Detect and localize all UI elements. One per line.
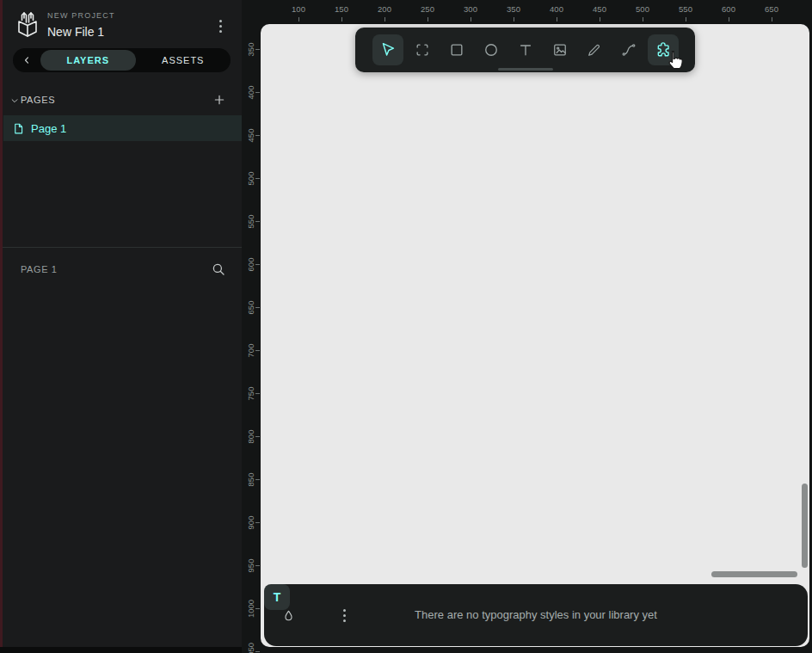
ruler-label: 550: [664, 0, 707, 22]
vertical-ruler[interactable]: 3504004505005506006507007508008509009501…: [242, 22, 261, 653]
ruler-label: 800: [242, 415, 261, 458]
ruler-label: 550: [242, 200, 261, 243]
left-sidebar: NEW PROJECT New File 1 LAYERS ASSETS PAG…: [3, 0, 242, 647]
ruler-label: 950: [242, 544, 261, 587]
main-toolbar: [355, 28, 695, 72]
ruler-label: 850: [242, 458, 261, 501]
plugins-tool-button[interactable]: [648, 34, 679, 65]
pencil-icon: [586, 41, 603, 59]
ellipse-tool-button[interactable]: [476, 34, 507, 65]
ruler-label: 450: [578, 0, 621, 22]
sidebar-tabbar: LAYERS ASSETS: [13, 48, 231, 72]
ruler-label: 600: [242, 243, 261, 286]
horizontal-scrollbar[interactable]: [711, 571, 797, 577]
ruler-label: 600: [707, 0, 750, 22]
rectangle-icon: [448, 41, 465, 59]
penpot-workspace-window: NEW PROJECT New File 1 LAYERS ASSETS PAG…: [0, 0, 812, 653]
chevron-left-icon: [21, 54, 33, 66]
path-curve-icon: [620, 41, 637, 59]
typography-library-panel: T There are no typography styles in your…: [264, 584, 808, 646]
ruler-label: 650: [242, 286, 261, 329]
tab-assets[interactable]: ASSETS: [136, 50, 231, 71]
sidebar-divider: [3, 247, 242, 248]
tab-layers[interactable]: LAYERS: [40, 50, 136, 71]
ruler-label: 750: [242, 372, 261, 415]
horizontal-ruler-labels: 100150200250300350400450500550600650: [277, 0, 793, 22]
ellipse-icon: [483, 41, 500, 59]
empty-typography-message: There are no typography styles in your l…: [264, 608, 808, 621]
ruler-label: 1050: [242, 630, 261, 653]
ruler-label: 500: [242, 157, 261, 200]
ruler-label: 650: [750, 0, 793, 22]
canvas-viewport[interactable]: T There are no typography styles in your…: [261, 24, 809, 647]
chevron-down-icon[interactable]: [10, 96, 19, 105]
add-page-button[interactable]: [212, 93, 226, 107]
ruler-label: 1000: [242, 587, 261, 630]
project-name-label: NEW PROJECT: [47, 11, 115, 20]
ruler-label: 350: [492, 0, 535, 22]
ruler-label: 350: [242, 28, 261, 71]
page-file-icon: [12, 122, 25, 135]
ruler-label: 700: [242, 329, 261, 372]
collapse-sidebar-button[interactable]: [13, 48, 40, 72]
ruler-label: 500: [621, 0, 664, 22]
ruler-label: 400: [242, 71, 261, 114]
file-menu-button[interactable]: [212, 17, 228, 34]
ruler-label: 900: [242, 501, 261, 544]
board-frame-icon: [414, 41, 431, 59]
layers-panel-header: PAGE 1: [3, 258, 242, 282]
layers-panel-title: PAGE 1: [21, 264, 58, 274]
ruler-label: 300: [449, 0, 492, 22]
ruler-label: 150: [320, 0, 363, 22]
pages-title: PAGES: [21, 95, 55, 105]
path-tool-button[interactable]: [613, 34, 644, 65]
page-list-item-selected[interactable]: Page 1: [3, 115, 242, 141]
pages-section-header: PAGES: [3, 89, 242, 111]
plugins-puzzle-icon: [654, 40, 673, 59]
vertical-ruler-labels: 3504004505005506006507007508008509009501…: [242, 28, 261, 653]
text-icon: [517, 41, 534, 59]
board-tool-button[interactable]: [407, 34, 438, 65]
ruler-label: 200: [363, 0, 406, 22]
rectangle-tool-button[interactable]: [441, 34, 472, 65]
select-tool-button[interactable]: [372, 34, 403, 65]
image-icon: [551, 41, 569, 59]
file-name: New File 1: [47, 25, 104, 39]
ruler-label: 450: [242, 114, 261, 157]
cursor-arrow-icon: [378, 40, 397, 59]
penpot-logo-icon[interactable]: [12, 9, 43, 40]
ruler-label: 400: [535, 0, 578, 22]
vertical-scrollbar[interactable]: [802, 484, 808, 568]
horizontal-ruler[interactable]: 100150200250300350400450500550600650: [242, 0, 812, 22]
page-item-label: Page 1: [31, 122, 66, 135]
sidebar-header: NEW PROJECT New File 1: [3, 0, 242, 48]
ruler-label: 250: [406, 0, 449, 22]
text-tool-button[interactable]: [510, 34, 541, 65]
workspace-area: 100150200250300350400450500550600650 350…: [242, 0, 812, 653]
image-tool-button[interactable]: [544, 34, 575, 65]
pencil-tool-button[interactable]: [579, 34, 610, 65]
search-layers-button[interactable]: [211, 262, 226, 277]
ruler-label: 100: [277, 0, 320, 22]
